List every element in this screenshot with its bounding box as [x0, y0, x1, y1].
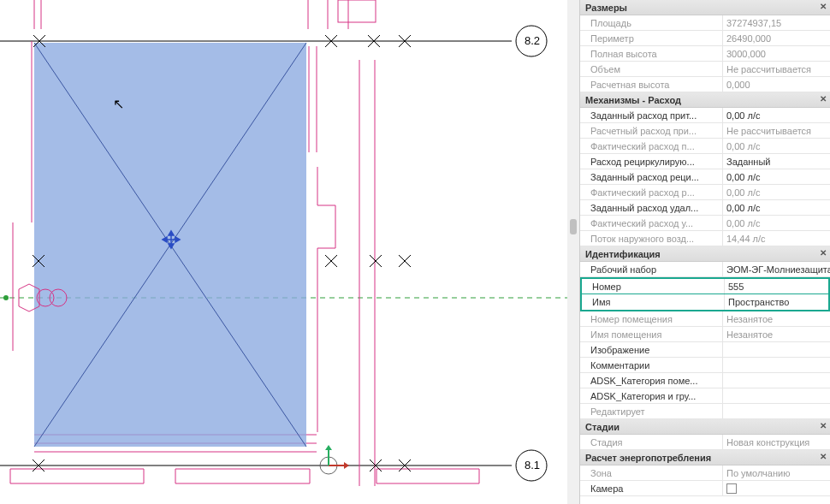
- row-supply-set[interactable]: Заданный расход прит...0,00 л/с: [580, 108, 830, 123]
- floor-plan-drawing: [0, 0, 567, 504]
- row-supply-calc: Расчетный расход при...Не рассчитывается: [580, 123, 830, 139]
- row-recirc-set[interactable]: Заданный расход реци...0,00 л/с: [580, 169, 830, 185]
- row-adsk-cat-room[interactable]: ADSK_Категория поме...: [580, 373, 830, 388]
- svg-rect-6: [338, 0, 376, 22]
- section-title: Идентификация: [585, 249, 661, 259]
- collapse-icon[interactable]: ✕: [820, 2, 827, 11]
- collapse-icon[interactable]: ✕: [820, 421, 827, 430]
- row-outdoor-flow: Поток наружного возд...14,44 л/с: [580, 231, 830, 246]
- section-phases[interactable]: Стадии ✕: [580, 419, 830, 435]
- section-mechanisms[interactable]: Механизмы - Расход ✕: [580, 92, 830, 108]
- section-title: Размеры: [585, 3, 627, 13]
- row-image[interactable]: Изображение: [580, 342, 830, 358]
- svg-marker-40: [344, 462, 349, 469]
- row-recirc[interactable]: Расход рециркулирую...Заданный: [580, 154, 830, 169]
- svg-marker-42: [325, 445, 332, 450]
- row-exhaust-set[interactable]: Заданный расход удал...0,00 л/с: [580, 200, 830, 216]
- row-recirc-actual: Фактический расход р...0,00 л/с: [580, 185, 830, 200]
- row-full-height: Полная высота3000,000: [580, 46, 830, 62]
- highlighted-rows: Номер555 ИмяПространство: [580, 277, 830, 311]
- panel-scrollbar[interactable]: [567, 0, 579, 504]
- drawing-viewport[interactable]: ↖ 8.2 8.1: [0, 0, 567, 504]
- section-title: Механизмы - Расход: [585, 95, 681, 105]
- row-adsk-cat-group[interactable]: ADSK_Категория и гру...: [580, 388, 830, 404]
- svg-point-5: [3, 295, 9, 300]
- row-calc-height: Расчетная высота0,000: [580, 77, 830, 92]
- row-number[interactable]: Номер555: [582, 279, 828, 294]
- row-room-number: Номер помещенияНезанятое: [580, 311, 830, 327]
- grid-bubble-bottom: 8.1: [525, 459, 540, 471]
- section-title: Стадии: [585, 422, 620, 432]
- row-workset[interactable]: Рабочий наборЭОМ-ЭГ-Молниезащита: [580, 262, 830, 277]
- section-sizes[interactable]: Размеры ✕: [580, 0, 830, 15]
- row-zone: ЗонаПо умолчанию: [580, 465, 830, 481]
- row-exhaust-actual: Фактический расход у...0,00 л/с: [580, 216, 830, 231]
- scroll-thumb[interactable]: [570, 219, 577, 234]
- section-energy[interactable]: Расчет энергопотребления ✕: [580, 450, 830, 465]
- row-supply-actual: Фактический расход п...0,00 л/с: [580, 139, 830, 154]
- collapse-icon[interactable]: ✕: [820, 452, 827, 461]
- row-area: Площадь37274937,15: [580, 15, 830, 31]
- grid-bubble-top: 8.2: [525, 34, 540, 47]
- section-title: Расчет энергопотребления: [585, 453, 711, 463]
- section-identification[interactable]: Идентификация ✕: [580, 246, 830, 262]
- collapse-icon[interactable]: ✕: [820, 248, 827, 258]
- row-comments[interactable]: Комментарии: [580, 358, 830, 373]
- row-perimeter: Периметр26490,000: [580, 31, 830, 46]
- row-room-name: Имя помещенияНезанятое: [580, 327, 830, 342]
- row-volume: ОбъемНе рассчитывается: [580, 62, 830, 77]
- collapse-icon[interactable]: ✕: [820, 94, 827, 104]
- view-cube-widget: [320, 445, 349, 474]
- row-phase: СтадияНовая конструкция: [580, 435, 830, 450]
- row-name[interactable]: ИмяПространство: [582, 294, 828, 310]
- properties-panel: Размеры ✕ Площадь37274937,15 Периметр264…: [579, 0, 830, 504]
- row-edited-by: Редактирует: [580, 404, 830, 419]
- row-camera[interactable]: Камера: [580, 481, 830, 496]
- camera-checkbox[interactable]: [726, 483, 737, 494]
